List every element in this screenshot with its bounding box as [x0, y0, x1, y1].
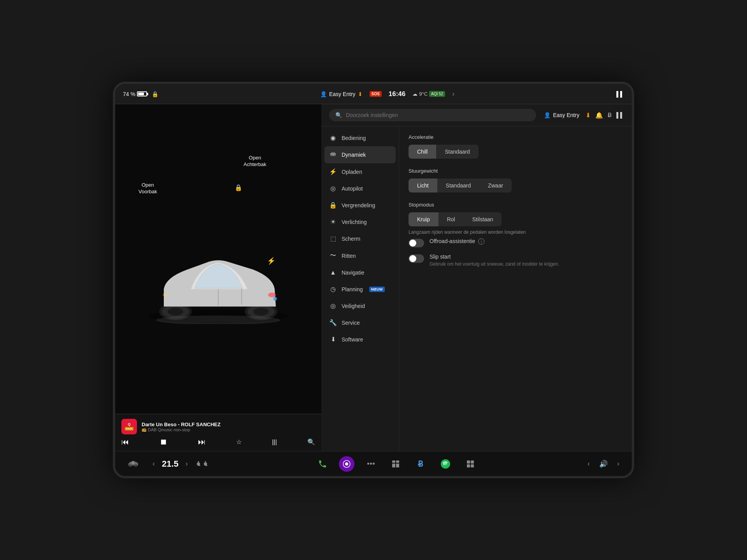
sidebar-item-veiligheid[interactable]: ◎ Veiligheid — [321, 298, 399, 314]
stop-button[interactable]: ⏹ — [160, 438, 167, 446]
verlichting-icon: ☀ — [329, 218, 337, 226]
chill-button[interactable]: Chill — [409, 145, 436, 159]
taskbar-center: ••• Ƀ — [314, 455, 479, 472]
music-text: Darte Un Beso - ROLF SANCHEZ 📻 DAB Qmusi… — [142, 422, 315, 432]
next-button[interactable]: ⏭ — [198, 438, 206, 446]
sidebar-item-autopilot[interactable]: ◎ Autopilot — [321, 180, 399, 197]
sidebar-item-dynamiek[interactable]: Dynamiek — [324, 146, 396, 163]
profile-label: Easy Entry — [553, 112, 579, 118]
sidebar-item-scherm[interactable]: ⬚ Scherm — [321, 230, 399, 247]
sidebar-item-verlichting[interactable]: ☀ Verlichting — [321, 214, 399, 230]
licht-button[interactable]: Licht — [409, 178, 437, 192]
prev-button[interactable]: ⏮ — [121, 438, 129, 446]
sidebar-item-bediening[interactable]: ◉ Bediening — [321, 130, 399, 146]
favorite-button[interactable]: ☆ — [236, 438, 242, 446]
svg-rect-23 — [205, 465, 207, 466]
chevron-right-icon[interactable]: › — [452, 90, 454, 98]
vergrendeling-icon: 🔒 — [329, 201, 337, 209]
slip-start-toggle[interactable] — [409, 254, 424, 263]
scherm-icon: ⬚ — [329, 235, 337, 242]
music-title: Darte Un Beso - ROLF SANCHEZ — [142, 422, 315, 427]
service-icon: 🔧 — [329, 319, 337, 326]
settings-container: ◉ Bediening Dynamiek — [321, 126, 632, 451]
ritten-icon: 〜 — [329, 252, 337, 260]
sos-badge[interactable]: SOS — [370, 91, 382, 97]
standaard-stuur-button[interactable]: Standaard — [437, 178, 480, 192]
offroad-info-icon[interactable]: i — [478, 238, 484, 245]
easy-entry-text-top: Easy Entry — [329, 91, 356, 97]
offroad-label: Offroad-assistentie i — [430, 238, 622, 245]
spotify-icon[interactable] — [437, 455, 454, 472]
sidebar-item-ritten[interactable]: 〜 Ritten — [321, 247, 399, 264]
svg-point-18 — [134, 464, 137, 467]
planning-label: Planning — [342, 286, 363, 292]
ritten-label: Ritten — [342, 253, 356, 259]
rol-button[interactable]: Rol — [438, 212, 464, 226]
stuurgewicht-title: Stuurgewicht — [409, 168, 622, 174]
dots-menu-icon[interactable]: ••• — [362, 455, 379, 472]
svg-rect-20 — [198, 465, 200, 466]
chevron-right-vol[interactable]: › — [614, 457, 622, 471]
status-center: 👤 Easy Entry ⬇ SOS 16:46 ☁ 9°C AQI 52 › — [320, 90, 454, 98]
header-easy-entry[interactable]: 👤 Easy Entry — [544, 112, 579, 118]
offroad-toggle[interactable] — [409, 239, 424, 247]
sidebar-item-vergrendeling[interactable]: 🔒 Vergrendeling — [321, 197, 399, 214]
volume-icon[interactable]: 🔊 — [599, 460, 608, 468]
music-player: Q music Darte Un Beso - ROLF SANCHEZ 📻 D… — [115, 414, 321, 451]
zwaar-button[interactable]: Zwaar — [479, 178, 512, 192]
header-icons: ⬇ 🔔 Ƀ ▌▌ — [586, 112, 624, 119]
svg-rect-27 — [392, 460, 395, 463]
download-icon-top: ⬇ — [358, 91, 363, 97]
sidebar-item-software[interactable]: ⬇ Software — [321, 331, 399, 348]
chevron-left-vol[interactable]: ‹ — [584, 457, 593, 471]
verlichting-label: Verlichting — [342, 219, 367, 225]
search-music-button[interactable]: 🔍 — [307, 438, 315, 446]
acceleratie-buttons: Chill Standaard — [409, 145, 479, 159]
navigatie-icon: ▲ — [329, 269, 337, 276]
sidebar-item-service[interactable]: 🔧 Service — [321, 314, 399, 331]
search-input[interactable] — [346, 112, 530, 118]
kruip-button[interactable]: Kruip — [409, 212, 438, 226]
svg-point-31 — [441, 459, 450, 469]
slip-start-row: Slip start Gebruik om het voertuig uit s… — [409, 254, 622, 268]
temp-down-button[interactable]: ‹ — [149, 457, 158, 471]
offroad-title: Offroad-assistentie i — [430, 238, 622, 245]
car-taskbar-icon[interactable] — [124, 455, 142, 472]
left-panel: Open Voorbak Open Achterbak — [115, 104, 321, 451]
search-bar: 🔍 👤 Easy Entry ⬇ 🔔 Ƀ ▌▌ — [321, 104, 632, 126]
search-input-container[interactable]: 🔍 — [329, 109, 536, 121]
slip-start-label: Slip start Gebruik om het voertuig uit s… — [430, 254, 622, 268]
stuurgewicht-section: Stuurgewicht Licht Standaard Zwaar — [409, 168, 622, 192]
windows-icon[interactable] — [387, 455, 404, 472]
acceleratie-title: Acceleratie — [409, 134, 622, 140]
taskbar: ‹ 21.5 › — [115, 451, 632, 476]
bluetooth-taskbar-icon[interactable]: Ƀ — [412, 455, 429, 472]
grid-taskbar-icon[interactable] — [462, 455, 479, 472]
stilstaan-button[interactable]: Stilstaan — [464, 212, 502, 226]
standaard-accel-button[interactable]: Standaard — [436, 145, 479, 159]
music-controls[interactable]: ⏮ ⏹ ⏭ ☆ ||| 🔍 — [121, 438, 315, 446]
sidebar-item-opladen[interactable]: ⚡ Opladen — [321, 163, 399, 180]
open-achterbak-label[interactable]: Open Achterbak — [244, 155, 267, 168]
battery-icon — [137, 91, 147, 96]
sidebar-item-navigatie[interactable]: ▲ Navigatie — [321, 264, 399, 281]
svg-rect-14 — [331, 152, 335, 153]
sidebar-item-planning[interactable]: ◷ Planning NIEUW — [321, 281, 399, 298]
settings-nav: ◉ Bediening Dynamiek — [321, 126, 399, 451]
download-icon-header[interactable]: ⬇ — [586, 112, 591, 119]
phone-icon[interactable] — [314, 455, 331, 472]
radio-icon[interactable] — [339, 456, 354, 472]
temp-up-button[interactable]: › — [182, 457, 191, 471]
taskbar-left: ‹ 21.5 › — [124, 455, 209, 472]
open-voorbak-label[interactable]: Open Voorbak — [139, 182, 157, 195]
time-display: 16:46 — [389, 90, 405, 98]
seat-icons — [196, 461, 209, 467]
autopilot-icon: ◎ — [329, 185, 337, 192]
equalizer-button[interactable]: ||| — [272, 439, 277, 446]
bluetooth-icon-header[interactable]: Ƀ — [608, 112, 612, 119]
software-icon: ⬇ — [329, 336, 337, 343]
temp-control: ‹ 21.5 › — [149, 457, 209, 471]
svg-point-17 — [129, 464, 132, 467]
svg-rect-29 — [392, 464, 395, 467]
bell-icon[interactable]: 🔔 — [595, 112, 603, 119]
